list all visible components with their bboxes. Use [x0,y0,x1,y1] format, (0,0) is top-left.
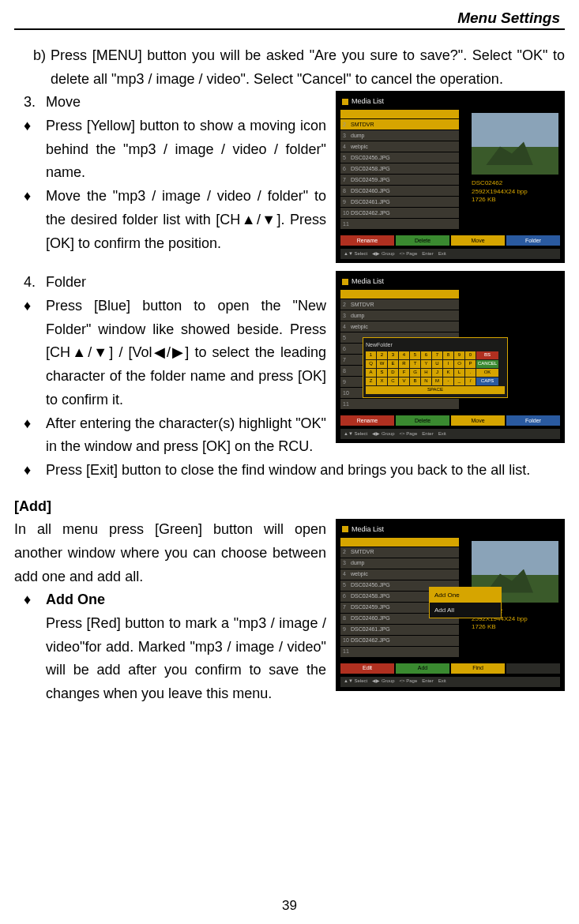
sec4-num: 4. [14,271,46,295]
preview-thumb [472,113,558,175]
screenshot-move: Media List 2SMTDVR 3dump 4webpic 5DSC024… [336,91,565,263]
folder-button[interactable]: Folder [506,235,560,246]
keyboard-overlay: NewFolder 1234567890BS QWERTYUIOPCANCEL … [363,337,508,398]
diamond-bullet: ♦ [14,295,46,318]
diamond-bullet: ♦ [14,185,46,208]
button-bar: Rename Delete Move Folder [340,235,560,246]
sec4-title: Folder [46,271,326,295]
sec3-num: 3. [14,91,46,115]
delete-button[interactable]: Delete [396,235,449,246]
sec3-b1: Press [Yellow] button to show a moving i… [46,115,326,185]
add-button[interactable]: Add [396,663,449,674]
diamond-bullet: ♦ [14,115,46,138]
screenshot-add: Media List 2SMTDVR 3dump 4webpic 5DSC024… [336,519,565,691]
sec4-b2: After entering the character(s) highligh… [46,412,326,459]
para-b: Press [MENU] button you will be asked "A… [46,44,565,91]
add-all-option[interactable]: Add All [430,603,501,618]
add-one-title: Add One [46,588,326,612]
header-rule [14,28,565,30]
diamond-bullet: ♦ [14,588,46,612]
diamond-bullet: ♦ [14,412,46,436]
header-title: Menu Settings [14,9,565,27]
list-marker-b: b) [14,44,46,68]
screenshot-folder: Media List 2SMTDVR 3dump 4webpic 5 6 7 8… [336,271,565,443]
sec3-title: Move [46,91,326,115]
edit-button[interactable]: Edit [340,663,394,674]
find-button[interactable]: Find [451,663,505,674]
media-list: 2SMTDVR 3dump 4webpic 5DSC02456.JPG 6DSC… [340,110,459,230]
add-heading: [Add] [14,495,565,519]
sec3-b2: Move the "mp3 / image / video / folder" … [46,185,326,255]
diamond-bullet: ♦ [14,459,46,483]
hint-bar: ▲▼ Select ◀▶ Group <> Page Enter Exit [340,249,560,259]
move-button[interactable]: Move [451,235,505,246]
rename-button[interactable]: Rename [340,235,394,246]
add-one-option[interactable]: Add One [430,588,501,603]
sec4-b1: Press [Blue] button to open the "New Fol… [46,295,326,411]
page-number: 39 [0,898,579,914]
file-meta: DSC02462 2592X1944X24 bpp 1726 KB [472,179,558,204]
add-popup: Add One Add All [429,587,502,618]
add-one-body: Press [Red] button to mark a "mp3 / imag… [46,612,326,706]
media-list-title: Media List [342,96,384,107]
sec4-b3: Press [Exit] button to close the find wi… [46,459,565,483]
